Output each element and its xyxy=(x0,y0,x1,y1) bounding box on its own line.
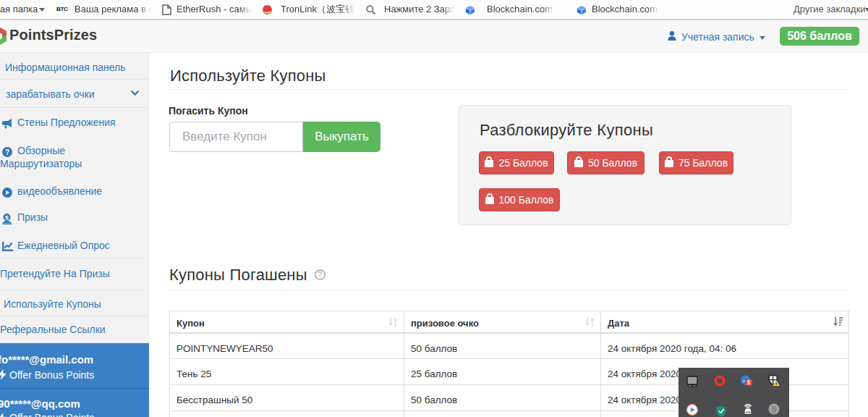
svg-text:?: ? xyxy=(318,271,323,279)
svg-text:?: ? xyxy=(5,148,9,156)
svg-text:!: ! xyxy=(775,382,777,386)
svg-text:S: S xyxy=(771,405,776,413)
svg-text:$: $ xyxy=(5,214,9,221)
